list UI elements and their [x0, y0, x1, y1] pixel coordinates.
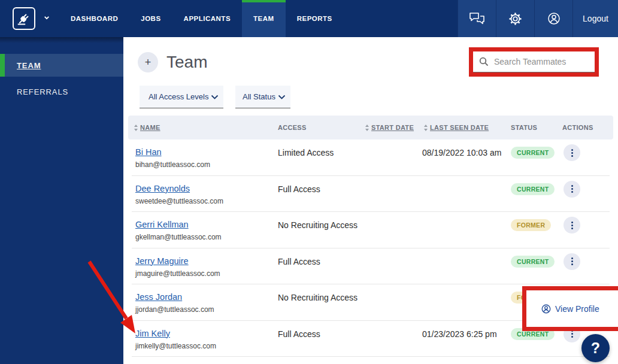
plug-logo-icon — [16, 11, 32, 26]
team-page: DASHBOARD JOBS APPLICANTS TEAM REPORTS — [0, 0, 618, 364]
chevron-down-icon — [278, 95, 286, 99]
view-profile-menu[interactable]: View Profile — [522, 286, 618, 331]
teammate-name-link[interactable]: Gerri Kellman — [135, 220, 189, 229]
sort-icon — [365, 125, 369, 131]
top-nav: DASHBOARD JOBS APPLICANTS TEAM REPORTS — [0, 0, 618, 37]
row-actions-button[interactable] — [564, 144, 580, 161]
table-row: Dee Reynoldssweetdee@tuttleassoc.comFull… — [132, 176, 610, 213]
search-placeholder: Search Teammates — [494, 57, 566, 66]
column-header-status: STATUS — [511, 116, 537, 139]
status-badge: CURRENT — [511, 183, 555, 195]
nav-item-reports[interactable]: REPORTS — [286, 0, 344, 37]
row-actions-button[interactable] — [564, 217, 580, 233]
teammate-name-link[interactable]: Jim Kelly — [135, 329, 170, 338]
nav-item-dashboard[interactable]: DASHBOARD — [59, 0, 129, 37]
sidebar: TEAM REFERRALS — [0, 37, 123, 364]
add-teammate-button[interactable]: + — [138, 52, 158, 72]
teammate-name-link[interactable]: Dee Reynolds — [135, 184, 190, 193]
search-annotation-box: Search Teammates — [469, 47, 599, 77]
nav-utility: Logout — [458, 0, 618, 37]
nav-item-applicants[interactable]: APPLICANTS — [172, 0, 242, 37]
access-level: Limited Access — [278, 148, 334, 157]
column-header-actions: ACTIONS — [562, 116, 593, 139]
teammate-name-link[interactable]: Jerry Maguire — [135, 256, 189, 266]
table-row: Bi Hanbihan@tuttleassoc.comLimited Acces… — [132, 139, 610, 176]
nav-item-team[interactable]: TEAM — [242, 0, 286, 37]
page-title: Team — [166, 53, 207, 72]
column-header-name[interactable]: NAME — [134, 116, 160, 139]
table-row: Jerry Maguirejmaguire@tuttleassoc.comFul… — [132, 248, 610, 285]
settings-button[interactable] — [496, 0, 534, 37]
logout-button[interactable]: Logout — [572, 0, 618, 37]
sidebar-item-team-label: TEAM — [17, 61, 41, 70]
teammate-email: gkellman@tuttleassoc.com — [135, 233, 222, 241]
status-filter-label: All Status — [243, 92, 275, 101]
help-button[interactable]: ? — [581, 334, 610, 362]
chevron-down-icon — [211, 95, 219, 99]
table-header: NAME ACCESS START DATE LAST SEEN DATE ST… — [128, 116, 613, 139]
status-badge: CURRENT — [511, 147, 555, 159]
gear-icon — [508, 12, 522, 26]
last-seen-date: 08/19/2022 10:03 am — [422, 148, 501, 157]
sidebar-item-referrals[interactable]: REFERRALS — [0, 80, 123, 103]
status-badge: FORMER — [511, 219, 551, 231]
app-logo[interactable] — [13, 7, 35, 30]
access-level: No Recruiting Access — [278, 293, 358, 302]
access-level-filter-label: All Access Levels — [149, 92, 208, 101]
teammate-email: sweetdee@tuttleassoc.com — [135, 197, 223, 205]
row-actions-button[interactable] — [564, 253, 580, 270]
sort-icon — [134, 125, 138, 131]
chevron-down-icon[interactable] — [44, 16, 50, 20]
access-level: Full Access — [278, 257, 320, 266]
column-header-access: ACCESS — [278, 116, 307, 139]
access-level: No Recruiting Access — [278, 220, 358, 230]
row-actions-button[interactable] — [564, 181, 580, 198]
teammate-name-link[interactable]: Jess Jordan — [135, 292, 182, 302]
view-profile-label: View Profile — [555, 304, 599, 314]
table-row: Gerri Kellmangkellman@tuttleassoc.comNo … — [132, 212, 610, 248]
last-seen-date: 01/23/2023 6:25 pm — [422, 329, 497, 339]
nav-menu: DASHBOARD JOBS APPLICANTS TEAM REPORTS — [59, 0, 344, 37]
column-header-last-seen[interactable]: LAST SEEN DATE — [424, 116, 489, 139]
search-icon — [479, 57, 489, 66]
sidebar-item-referrals-label: REFERRALS — [17, 87, 68, 96]
profile-icon — [541, 304, 552, 314]
account-button[interactable] — [534, 0, 572, 37]
access-level-filter[interactable]: All Access Levels — [140, 86, 223, 108]
chat-icon — [469, 12, 485, 25]
sort-icon — [424, 125, 428, 131]
status-filter[interactable]: All Status — [235, 86, 290, 108]
nav-item-jobs[interactable]: JOBS — [129, 0, 172, 37]
teammate-name-link[interactable]: Bi Han — [135, 147, 162, 157]
access-level: Full Access — [278, 184, 320, 194]
search-input[interactable]: Search Teammates — [473, 51, 595, 72]
sidebar-shadow — [0, 37, 123, 43]
access-level: Full Access — [278, 329, 320, 339]
teammate-email: bihan@tuttleassoc.com — [135, 160, 210, 169]
teammate-email: jimkelly@tuttleassoc.com — [135, 342, 216, 350]
user-icon — [547, 11, 561, 26]
column-header-start-date[interactable]: START DATE — [365, 116, 414, 139]
sidebar-item-team[interactable]: TEAM — [0, 54, 123, 77]
status-badge: CURRENT — [511, 256, 555, 268]
teammate-email: jmaguire@tuttleassoc.com — [135, 269, 220, 278]
messages-button[interactable] — [458, 0, 496, 37]
teammate-email: jjordan@tuttleassoc.com — [135, 305, 214, 314]
